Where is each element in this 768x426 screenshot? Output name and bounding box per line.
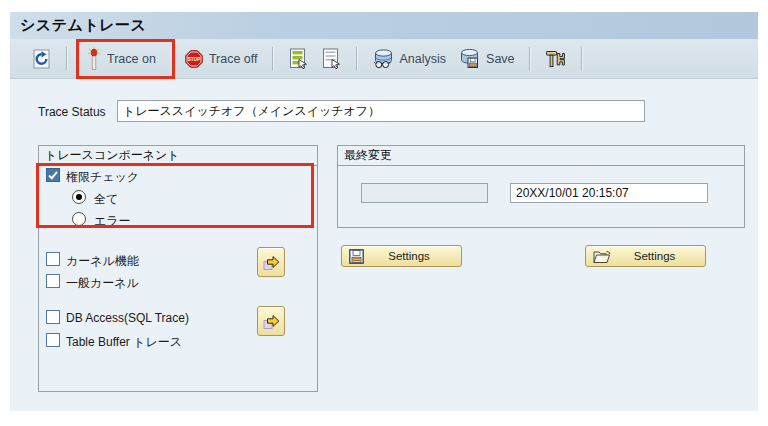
- table-buffer-checkbox[interactable]: [46, 333, 60, 347]
- refresh-icon: [30, 48, 52, 70]
- last-changed-user-field[interactable]: [361, 183, 488, 203]
- trace-status-label: Trace Status: [38, 105, 106, 119]
- radio-error-label[interactable]: エラー: [94, 213, 131, 230]
- save-settings-button[interactable]: Settings: [341, 245, 462, 267]
- radio-all[interactable]: [72, 190, 86, 204]
- save-button[interactable]: Save: [452, 46, 521, 71]
- analysis-button[interactable]: Analysis: [366, 46, 453, 71]
- db-access-checkbox[interactable]: [46, 310, 60, 324]
- load-settings-label: Settings: [611, 250, 698, 262]
- database-save-icon: [458, 48, 480, 69]
- db-access-filter-button[interactable]: [257, 306, 285, 336]
- radio-error[interactable]: [72, 212, 86, 226]
- table-buffer-label[interactable]: Table Buffer トレース: [66, 334, 182, 351]
- general-kernel-checkbox[interactable]: [46, 274, 60, 288]
- filter-arrow-icon: [262, 312, 281, 331]
- last-changed-title: 最終変更: [338, 146, 744, 166]
- checkmark-icon: [47, 169, 59, 181]
- save-label: Save: [486, 52, 515, 66]
- page-title: システムトレース: [20, 16, 146, 35]
- configuration-button[interactable]: [539, 47, 573, 71]
- auth-check-label[interactable]: 権限チェック: [66, 169, 139, 186]
- tools-icon: [545, 49, 567, 69]
- window-title-bar: システムトレース: [10, 12, 758, 39]
- sap-system-trace-window: { "title": "システムトレース", "toolbar": { "tra…: [0, 0, 768, 426]
- application-toolbar: Trace on STOP Trace off: [10, 39, 758, 79]
- load-settings-button[interactable]: Settings: [585, 245, 706, 267]
- kernel-functions-checkbox[interactable]: [46, 252, 60, 266]
- trace-off-label: Trace off: [209, 52, 258, 66]
- toolbar-separator: [66, 47, 68, 71]
- list-empty-icon: [321, 48, 342, 69]
- database-analysis-icon: [372, 48, 394, 69]
- filter-arrow-icon: [262, 253, 281, 272]
- svg-text:STOP: STOP: [188, 56, 200, 61]
- trace-on-label: Trace on: [107, 52, 156, 66]
- folder-open-icon: [593, 249, 611, 264]
- highlight-box-trace-on: Trace on: [76, 39, 175, 79]
- toolbar-separator: [529, 47, 531, 71]
- toolbar-separator: [356, 47, 358, 71]
- trace-on-button[interactable]: Trace on: [87, 47, 156, 71]
- display-trace-list-button[interactable]: [282, 46, 315, 71]
- toolbar-separator: [581, 47, 583, 71]
- last-changed-timestamp-field[interactable]: 20XX/10/01 20:15:07: [510, 183, 708, 203]
- radio-all-label[interactable]: 全て: [94, 191, 118, 208]
- save-settings-label: Settings: [364, 250, 454, 262]
- toolbar-separator: [272, 47, 274, 71]
- general-kernel-label[interactable]: 一般カーネル: [66, 275, 139, 292]
- trace-status-field[interactable]: トレーススイッチオフ（メインスイッチオフ）: [117, 100, 645, 122]
- list-filled-icon: [288, 48, 309, 69]
- stop-icon: STOP: [185, 50, 203, 68]
- match-icon: [87, 47, 101, 71]
- refresh-button[interactable]: [24, 46, 58, 72]
- db-access-label[interactable]: DB Access(SQL Trace): [66, 311, 189, 325]
- trace-components-title: トレースコンポーネント: [39, 146, 317, 166]
- display-empty-list-button[interactable]: [315, 46, 348, 71]
- auth-check-checkbox[interactable]: [46, 168, 60, 182]
- trace-off-button[interactable]: STOP Trace off: [179, 48, 264, 70]
- floppy-disk-icon: [349, 249, 364, 264]
- kernel-filter-button[interactable]: [257, 247, 285, 277]
- analysis-label: Analysis: [400, 52, 447, 66]
- kernel-functions-label[interactable]: カーネル機能: [66, 253, 139, 270]
